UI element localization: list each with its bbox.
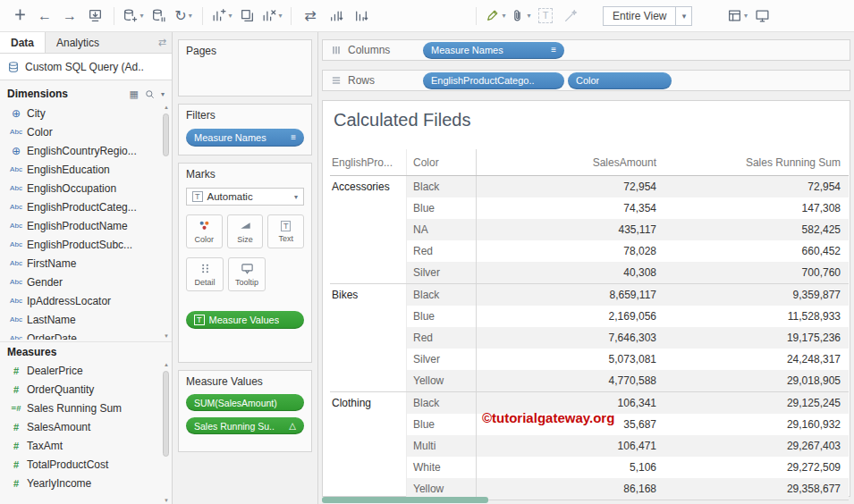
sort-icon[interactable]: ≡ xyxy=(551,46,556,55)
abc-icon: Abc xyxy=(5,240,27,248)
dimension-item[interactable]: AbcEnglishOccupation xyxy=(0,179,172,197)
dimension-item[interactable]: AbcGender xyxy=(0,273,172,291)
table-row[interactable]: NA435,117582,425 xyxy=(330,219,849,240)
detail-button[interactable]: Detail xyxy=(186,257,224,291)
pill-sum-salesamount[interactable]: SUM(SalesAmount) xyxy=(186,394,304,411)
rows-shelf[interactable]: Rows EnglishProductCatego.. Color xyxy=(322,70,850,91)
search-icon[interactable] xyxy=(145,89,155,99)
horizontal-scrollbar[interactable] xyxy=(322,497,850,503)
new-data-source-icon[interactable]: ▾ xyxy=(123,4,144,29)
table-row[interactable]: Blue2,169,05611,528,933 xyxy=(330,306,849,327)
new-worksheet-icon[interactable]: ▾ xyxy=(211,4,233,29)
dimension-item[interactable]: AbcLastName xyxy=(0,310,172,329)
highlight-icon[interactable]: ▾ xyxy=(485,4,506,29)
columns-shelf[interactable]: Columns Measure Names ≡ xyxy=(322,39,850,61)
table-row[interactable]: Multi106,47129,267,403 xyxy=(330,435,849,457)
size-button[interactable]: Size xyxy=(227,214,264,248)
table-row[interactable]: Red7,646,30319,175,236 xyxy=(330,327,849,349)
horizontal-scrollbar-thumb[interactable] xyxy=(322,497,488,503)
pane-handle-icon[interactable]: ⇄ xyxy=(153,32,172,53)
header-sales-amount[interactable]: SalesAmount xyxy=(477,149,664,175)
clear-formatting-icon[interactable] xyxy=(560,4,581,29)
table-row[interactable]: Silver40,308700,760 xyxy=(330,262,849,283)
measure-item[interactable]: #YearlyIncome xyxy=(0,474,172,492)
dimension-item[interactable]: ⊕City xyxy=(0,104,172,122)
dimensions-menu-icon[interactable]: ▾ xyxy=(161,90,165,98)
scroll-down-icon[interactable]: ▼ xyxy=(162,498,171,503)
mark-type-dropdown[interactable]: T Automatic ▾ xyxy=(186,188,304,206)
dimension-item[interactable]: AbcOrderDate xyxy=(0,329,172,340)
group-members-icon[interactable]: ▾ xyxy=(510,4,531,29)
tableau-logo-icon[interactable] xyxy=(9,4,30,29)
tooltip-bubble-icon xyxy=(241,262,254,275)
tooltip-button[interactable]: Tooltip xyxy=(228,257,266,291)
scrollbar-thumb[interactable] xyxy=(163,371,169,457)
header-color[interactable]: Color xyxy=(407,149,477,175)
sales-amount-cell: 4,770,588 xyxy=(477,370,664,391)
dimension-item[interactable]: AbcColor xyxy=(0,122,172,141)
filter-pill-measure-names[interactable]: Measure Names ≡ xyxy=(186,129,304,147)
pause-auto-updates-icon[interactable] xyxy=(148,4,169,29)
dimensions-scrollbar[interactable]: ▲ ▼ xyxy=(162,104,171,340)
color-cell: Black xyxy=(407,392,477,414)
chevron-down-icon[interactable]: ▾ xyxy=(675,7,691,25)
measure-item[interactable]: #DealerPrice xyxy=(0,361,172,380)
sort-ascending-icon[interactable] xyxy=(325,4,346,29)
table-row[interactable]: BikesBlack8,659,1179,359,877 xyxy=(330,284,849,306)
sheet-title[interactable]: Calculated Fileds xyxy=(334,110,470,130)
scroll-down-icon[interactable]: ▼ xyxy=(162,333,171,339)
scroll-up-icon[interactable]: ▲ xyxy=(162,362,171,367)
table-row[interactable]: AccessoriesBlack72,95472,954 xyxy=(330,176,849,197)
dimension-item[interactable]: ⊕EnglishCountryRegio... xyxy=(0,141,172,160)
header-sales-running-sum[interactable]: Sales Running Sum xyxy=(664,149,849,175)
measure-item[interactable]: #TotalProductCost xyxy=(0,455,172,474)
redo-icon[interactable]: → xyxy=(59,4,80,29)
measure-item[interactable]: =#Sales Running Sum xyxy=(0,399,172,417)
duplicate-sheet-icon[interactable] xyxy=(236,4,258,29)
rows-pill-product-category[interactable]: EnglishProductCatego.. xyxy=(423,72,564,89)
columns-pill-measure-names[interactable]: Measure Names ≡ xyxy=(423,42,564,59)
dimension-item[interactable]: AbcIpAddressLocator xyxy=(0,291,172,310)
text-button[interactable]: T Text xyxy=(267,214,304,248)
tab-analytics[interactable]: Analytics xyxy=(46,32,110,53)
presentation-mode-icon[interactable] xyxy=(751,4,773,29)
color-button[interactable]: Color xyxy=(186,214,223,248)
scroll-up-icon[interactable]: ▲ xyxy=(162,105,171,110)
view-options-icon[interactable]: ▦ xyxy=(130,88,139,100)
measure-item[interactable]: #OrderQuantity xyxy=(0,380,172,399)
swap-rows-columns-icon[interactable]: ⇄ xyxy=(300,4,321,29)
sort-descending-icon[interactable] xyxy=(350,4,371,29)
measures-scrollbar[interactable]: ▲ ▼ xyxy=(162,361,171,504)
pane-tabs: Data Analytics ⇄ xyxy=(0,32,172,54)
dimension-item[interactable]: AbcEnglishEducation xyxy=(0,160,172,179)
measure-item[interactable]: #TaxAmt xyxy=(0,436,172,455)
dimension-item[interactable]: AbcEnglishProductSubc... xyxy=(0,235,172,254)
rows-pill-color[interactable]: Color xyxy=(568,72,672,89)
run-auto-updates-icon[interactable]: ↻▾ xyxy=(173,4,194,29)
tab-data[interactable]: Data xyxy=(0,32,46,53)
scrollbar-thumb[interactable] xyxy=(163,113,169,156)
pill-sales-running-sum[interactable]: Sales Running Su.. △ xyxy=(186,417,304,434)
datasource-item[interactable]: Custom SQL Query (Ad.. xyxy=(0,54,172,80)
dimensions-header: Dimensions ▦ ▾ xyxy=(0,84,172,104)
save-icon[interactable] xyxy=(84,4,106,29)
table-row[interactable]: Yellow4,770,58829,018,905 xyxy=(330,370,849,391)
fit-view-dropdown[interactable]: Entire View ▾ xyxy=(603,6,692,26)
sort-icon[interactable]: ≡ xyxy=(291,133,296,142)
measure-item[interactable]: #SalesAmount xyxy=(0,417,172,436)
header-category[interactable]: EnglishPro... xyxy=(330,149,407,175)
dimension-item[interactable]: AbcEnglishProductName xyxy=(0,216,172,235)
undo-icon[interactable]: ← xyxy=(34,4,55,29)
table-row[interactable]: White5,10629,272,509 xyxy=(330,457,849,478)
table-row[interactable]: Blue74,354147,308 xyxy=(330,197,849,219)
table-row[interactable]: Red78,028660,452 xyxy=(330,240,849,262)
table-group: AccessoriesBlack72,95472,954Blue74,35414… xyxy=(330,176,849,283)
clear-sheet-icon[interactable]: ▾ xyxy=(261,4,283,29)
show-mark-labels-icon[interactable]: T xyxy=(535,4,556,29)
marks-pill-measure-values[interactable]: T Measure Values xyxy=(186,311,304,329)
table-row[interactable]: Silver5,073,08124,248,317 xyxy=(330,349,849,370)
dimension-item[interactable]: AbcFirstName xyxy=(0,254,172,273)
show-hide-cards-icon[interactable]: ▾ xyxy=(726,4,748,29)
dimension-item[interactable]: AbcEnglishProductCateg... xyxy=(0,197,172,216)
dimension-label: EnglishOccupation xyxy=(27,182,116,195)
